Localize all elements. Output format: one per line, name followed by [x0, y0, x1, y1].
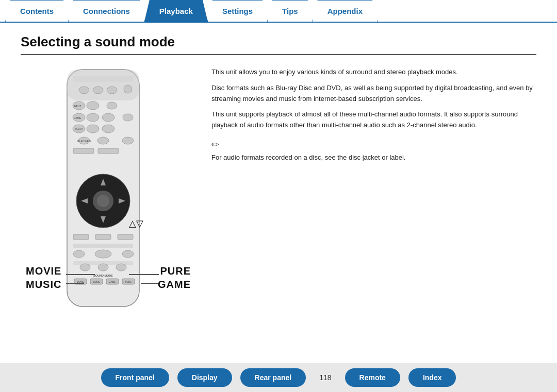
note-icon: ✏ — [211, 139, 536, 150]
svg-point-3 — [79, 87, 89, 94]
tab-contents[interactable]: Contents — [5, 0, 69, 22]
bottom-navigation: Front panel Display Rear panel 118 Remot… — [0, 363, 557, 392]
line-movie — [66, 274, 95, 275]
svg-point-6 — [124, 85, 132, 93]
label-pure: PURE — [160, 265, 191, 277]
btn-index[interactable]: Index — [408, 368, 456, 387]
svg-rect-24 — [73, 148, 94, 154]
line-music — [66, 283, 84, 284]
page-title: Selecting a sound mode — [21, 34, 536, 55]
svg-text:GAME: GAME — [109, 281, 116, 283]
tab-connections[interactable]: Connections — [68, 0, 145, 22]
remote-diagram: INPUT GAME V.AUX PLAY INFO — [21, 64, 196, 332]
svg-text:PURE: PURE — [125, 281, 132, 283]
tab-tips[interactable]: Tips — [267, 0, 313, 22]
top-navigation: Contents Connections Playback Settings T… — [0, 0, 557, 23]
svg-text:INPUT: INPUT — [74, 105, 81, 108]
btn-display[interactable]: Display — [177, 368, 232, 387]
btn-rear-panel[interactable]: Rear panel — [240, 368, 306, 387]
label-game: GAME — [158, 279, 191, 291]
svg-point-8 — [87, 101, 99, 110]
note-text: For audio formats recorded on a disc, se… — [211, 152, 536, 163]
tab-playback[interactable]: Playback — [144, 0, 208, 22]
svg-point-22 — [122, 137, 134, 144]
svg-point-14 — [123, 114, 133, 121]
svg-rect-25 — [98, 148, 119, 154]
btn-front-panel[interactable]: Front panel — [101, 368, 169, 387]
page-content: Selecting a sound mode I — [0, 23, 557, 332]
paragraph-3: This unit supports playback of almost al… — [211, 109, 536, 131]
tab-appendix[interactable]: Appendix — [313, 0, 378, 22]
text-content: This unit allows you to enjoy various ki… — [211, 64, 536, 168]
svg-point-5 — [107, 87, 117, 94]
svg-point-18 — [102, 125, 114, 133]
page-number: 118 — [314, 373, 336, 382]
label-movie: MOVIE — [26, 265, 61, 277]
main-body: INPUT GAME V.AUX PLAY INFO — [21, 64, 536, 332]
line-game — [141, 283, 159, 284]
svg-text:GAME: GAME — [74, 116, 81, 120]
note-block: ✏ For audio formats recorded on a disc, … — [211, 139, 536, 163]
remote-svg: INPUT GAME V.AUX PLAY INFO — [52, 64, 155, 317]
line-pure — [129, 274, 159, 275]
svg-point-21 — [97, 137, 109, 144]
svg-point-43 — [116, 264, 126, 271]
svg-text:SOUND MODE: SOUND MODE — [93, 274, 113, 277]
svg-text:PLAY INFO: PLAY INFO — [77, 140, 91, 143]
arrow-symbol: △▽ — [129, 218, 143, 229]
svg-point-38 — [95, 250, 111, 258]
svg-point-37 — [73, 250, 85, 258]
svg-point-9 — [107, 102, 117, 109]
label-music: MUSIC — [26, 279, 61, 291]
svg-text:MUSIC: MUSIC — [93, 281, 101, 283]
svg-rect-34 — [95, 234, 111, 240]
tab-settings[interactable]: Settings — [207, 0, 268, 22]
svg-rect-33 — [73, 234, 89, 240]
svg-point-39 — [122, 250, 134, 258]
svg-point-42 — [98, 264, 108, 271]
svg-rect-36 — [73, 244, 133, 248]
svg-rect-2 — [73, 76, 133, 82]
svg-point-4 — [93, 87, 103, 94]
paragraph-2: Disc formats such as Blu-ray Disc and DV… — [211, 83, 536, 105]
btn-remote[interactable]: Remote — [345, 368, 400, 387]
svg-point-12 — [87, 113, 99, 122]
svg-text:V.AUX: V.AUX — [75, 128, 83, 131]
svg-point-13 — [102, 113, 114, 122]
paragraph-1: This unit allows you to enjoy various ki… — [211, 67, 536, 78]
svg-point-17 — [87, 125, 99, 133]
svg-rect-35 — [118, 234, 133, 240]
svg-point-28 — [97, 195, 109, 207]
svg-point-41 — [80, 264, 90, 271]
